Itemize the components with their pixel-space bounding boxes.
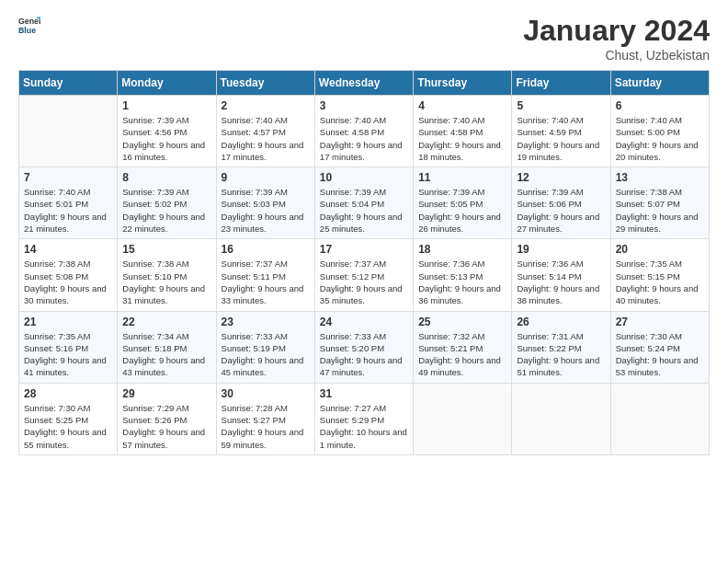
day-info: Sunrise: 7:29 AMSunset: 5:26 PMDaylight:… bbox=[122, 402, 210, 451]
calendar-cell-w2-d1: 8Sunrise: 7:39 AMSunset: 5:02 PMDaylight… bbox=[118, 167, 216, 239]
day-info: Sunrise: 7:38 AMSunset: 5:10 PMDaylight:… bbox=[122, 258, 210, 306]
calendar-cell-w4-d4: 25Sunrise: 7:32 AMSunset: 5:21 PMDayligh… bbox=[414, 311, 512, 383]
day-info: Sunrise: 7:40 AMSunset: 4:58 PMDaylight:… bbox=[320, 114, 408, 163]
day-number: 13 bbox=[616, 171, 704, 184]
day-number: 6 bbox=[616, 99, 704, 112]
day-number: 22 bbox=[122, 316, 210, 328]
calendar-cell-w3-d2: 16Sunrise: 7:37 AMSunset: 5:11 PMDayligh… bbox=[216, 239, 314, 311]
calendar-cell-w3-d0: 14Sunrise: 7:38 AMSunset: 5:08 PMDayligh… bbox=[19, 239, 118, 311]
calendar-cell-w2-d2: 9Sunrise: 7:39 AMSunset: 5:03 PMDaylight… bbox=[216, 167, 314, 239]
day-number: 1 bbox=[122, 99, 210, 112]
day-info: Sunrise: 7:39 AMSunset: 5:02 PMDaylight:… bbox=[122, 186, 210, 235]
calendar-cell-w2-d3: 10Sunrise: 7:39 AMSunset: 5:04 PMDayligh… bbox=[314, 167, 413, 239]
title-block: January 2024 Chust, Uzbekistan bbox=[523, 14, 710, 63]
calendar-cell-w5-d5 bbox=[512, 383, 610, 454]
week-row-2: 7Sunrise: 7:40 AMSunset: 5:01 PMDaylight… bbox=[19, 167, 710, 239]
day-number: 29 bbox=[122, 387, 210, 400]
week-row-3: 14Sunrise: 7:38 AMSunset: 5:08 PMDayligh… bbox=[19, 239, 710, 311]
week-row-4: 21Sunrise: 7:35 AMSunset: 5:16 PMDayligh… bbox=[19, 311, 710, 383]
day-number: 12 bbox=[517, 171, 605, 184]
day-info: Sunrise: 7:27 AMSunset: 5:29 PMDaylight:… bbox=[320, 402, 408, 451]
calendar-cell-w1-d2: 2Sunrise: 7:40 AMSunset: 4:57 PMDaylight… bbox=[216, 96, 314, 167]
calendar-cell-w4-d5: 26Sunrise: 7:31 AMSunset: 5:22 PMDayligh… bbox=[512, 311, 610, 383]
day-number: 31 bbox=[320, 387, 408, 400]
calendar-cell-w1-d5: 5Sunrise: 7:40 AMSunset: 4:59 PMDaylight… bbox=[512, 96, 610, 167]
calendar-cell-w1-d3: 3Sunrise: 7:40 AMSunset: 4:58 PMDaylight… bbox=[314, 96, 413, 167]
calendar-cell-w1-d0 bbox=[19, 96, 118, 167]
th-friday: Friday bbox=[512, 71, 610, 96]
calendar-cell-w2-d6: 13Sunrise: 7:38 AMSunset: 5:07 PMDayligh… bbox=[610, 167, 709, 239]
logo-icon: General Blue bbox=[18, 14, 40, 36]
calendar-cell-w3-d5: 19Sunrise: 7:36 AMSunset: 5:14 PMDayligh… bbox=[512, 239, 610, 311]
calendar-cell-w3-d3: 17Sunrise: 7:37 AMSunset: 5:12 PMDayligh… bbox=[314, 239, 413, 311]
calendar-cell-w3-d6: 20Sunrise: 7:35 AMSunset: 5:15 PMDayligh… bbox=[610, 239, 709, 311]
day-info: Sunrise: 7:36 AMSunset: 5:13 PMDaylight:… bbox=[418, 258, 506, 306]
day-number: 3 bbox=[320, 99, 408, 112]
calendar-cell-w4-d2: 23Sunrise: 7:33 AMSunset: 5:19 PMDayligh… bbox=[216, 311, 314, 383]
day-number: 25 bbox=[418, 316, 506, 328]
calendar-cell-w2-d5: 12Sunrise: 7:39 AMSunset: 5:06 PMDayligh… bbox=[512, 167, 610, 239]
day-number: 4 bbox=[418, 99, 506, 112]
day-info: Sunrise: 7:40 AMSunset: 4:58 PMDaylight:… bbox=[418, 114, 506, 163]
th-tuesday: Tuesday bbox=[216, 71, 314, 96]
calendar-cell-w2-d4: 11Sunrise: 7:39 AMSunset: 5:05 PMDayligh… bbox=[414, 167, 512, 239]
th-monday: Monday bbox=[118, 71, 216, 96]
calendar-cell-w5-d1: 29Sunrise: 7:29 AMSunset: 5:26 PMDayligh… bbox=[118, 383, 216, 454]
calendar-cell-w4-d0: 21Sunrise: 7:35 AMSunset: 5:16 PMDayligh… bbox=[19, 311, 118, 383]
day-info: Sunrise: 7:30 AMSunset: 5:25 PMDaylight:… bbox=[24, 402, 112, 451]
day-info: Sunrise: 7:40 AMSunset: 5:01 PMDaylight:… bbox=[24, 186, 112, 235]
day-number: 16 bbox=[222, 243, 310, 256]
week-row-1: 1Sunrise: 7:39 AMSunset: 4:56 PMDaylight… bbox=[19, 96, 710, 167]
day-info: Sunrise: 7:37 AMSunset: 5:11 PMDaylight:… bbox=[222, 258, 310, 306]
day-number: 9 bbox=[222, 171, 310, 184]
day-number: 23 bbox=[222, 316, 310, 328]
day-number: 20 bbox=[616, 243, 704, 256]
day-info: Sunrise: 7:40 AMSunset: 4:59 PMDaylight:… bbox=[517, 114, 605, 163]
th-sunday: Sunday bbox=[19, 71, 118, 96]
day-number: 8 bbox=[122, 171, 210, 184]
day-info: Sunrise: 7:39 AMSunset: 5:05 PMDaylight:… bbox=[418, 186, 506, 235]
day-info: Sunrise: 7:33 AMSunset: 5:19 PMDaylight:… bbox=[222, 330, 310, 379]
calendar-cell-w3-d4: 18Sunrise: 7:36 AMSunset: 5:13 PMDayligh… bbox=[414, 239, 512, 311]
calendar-cell-w3-d1: 15Sunrise: 7:38 AMSunset: 5:10 PMDayligh… bbox=[118, 239, 216, 311]
calendar-cell-w1-d6: 6Sunrise: 7:40 AMSunset: 5:00 PMDaylight… bbox=[610, 96, 709, 167]
day-info: Sunrise: 7:33 AMSunset: 5:20 PMDaylight:… bbox=[320, 330, 408, 379]
day-info: Sunrise: 7:38 AMSunset: 5:07 PMDaylight:… bbox=[616, 186, 704, 235]
day-info: Sunrise: 7:35 AMSunset: 5:16 PMDaylight:… bbox=[24, 330, 112, 379]
day-info: Sunrise: 7:28 AMSunset: 5:27 PMDaylight:… bbox=[222, 402, 310, 451]
weekday-header-row: Sunday Monday Tuesday Wednesday Thursday… bbox=[19, 71, 710, 96]
main-container: General Blue January 2024 Chust, Uzbekis… bbox=[0, 0, 728, 465]
calendar-cell-w5-d0: 28Sunrise: 7:30 AMSunset: 5:25 PMDayligh… bbox=[19, 383, 118, 454]
svg-text:Blue: Blue bbox=[18, 26, 36, 35]
day-info: Sunrise: 7:37 AMSunset: 5:12 PMDaylight:… bbox=[320, 258, 408, 306]
day-number: 2 bbox=[222, 99, 310, 112]
day-info: Sunrise: 7:32 AMSunset: 5:21 PMDaylight:… bbox=[418, 330, 506, 379]
day-number: 24 bbox=[320, 316, 408, 328]
day-info: Sunrise: 7:40 AMSunset: 4:57 PMDaylight:… bbox=[222, 114, 310, 163]
th-thursday: Thursday bbox=[414, 71, 512, 96]
day-info: Sunrise: 7:39 AMSunset: 4:56 PMDaylight:… bbox=[122, 114, 210, 163]
day-info: Sunrise: 7:38 AMSunset: 5:08 PMDaylight:… bbox=[24, 258, 112, 306]
location-subtitle: Chust, Uzbekistan bbox=[523, 48, 710, 63]
day-number: 10 bbox=[320, 171, 408, 184]
calendar-cell-w5-d6 bbox=[610, 383, 709, 454]
calendar-table: Sunday Monday Tuesday Wednesday Thursday… bbox=[18, 70, 710, 455]
calendar-cell-w5-d3: 31Sunrise: 7:27 AMSunset: 5:29 PMDayligh… bbox=[314, 383, 413, 454]
day-info: Sunrise: 7:34 AMSunset: 5:18 PMDaylight:… bbox=[122, 330, 210, 379]
week-row-5: 28Sunrise: 7:30 AMSunset: 5:25 PMDayligh… bbox=[19, 383, 710, 454]
day-number: 30 bbox=[222, 387, 310, 400]
day-number: 11 bbox=[418, 171, 506, 184]
day-number: 15 bbox=[122, 243, 210, 256]
day-info: Sunrise: 7:39 AMSunset: 5:03 PMDaylight:… bbox=[222, 186, 310, 235]
month-year-title: January 2024 bbox=[523, 14, 710, 48]
day-number: 18 bbox=[418, 243, 506, 256]
day-number: 28 bbox=[24, 387, 112, 400]
day-number: 19 bbox=[517, 243, 605, 256]
svg-text:General: General bbox=[18, 17, 40, 26]
day-info: Sunrise: 7:31 AMSunset: 5:22 PMDaylight:… bbox=[517, 330, 605, 379]
day-number: 27 bbox=[616, 316, 704, 328]
day-info: Sunrise: 7:39 AMSunset: 5:04 PMDaylight:… bbox=[320, 186, 408, 235]
logo: General Blue bbox=[18, 14, 40, 36]
day-number: 14 bbox=[24, 243, 112, 256]
calendar-cell-w1-d4: 4Sunrise: 7:40 AMSunset: 4:58 PMDaylight… bbox=[414, 96, 512, 167]
